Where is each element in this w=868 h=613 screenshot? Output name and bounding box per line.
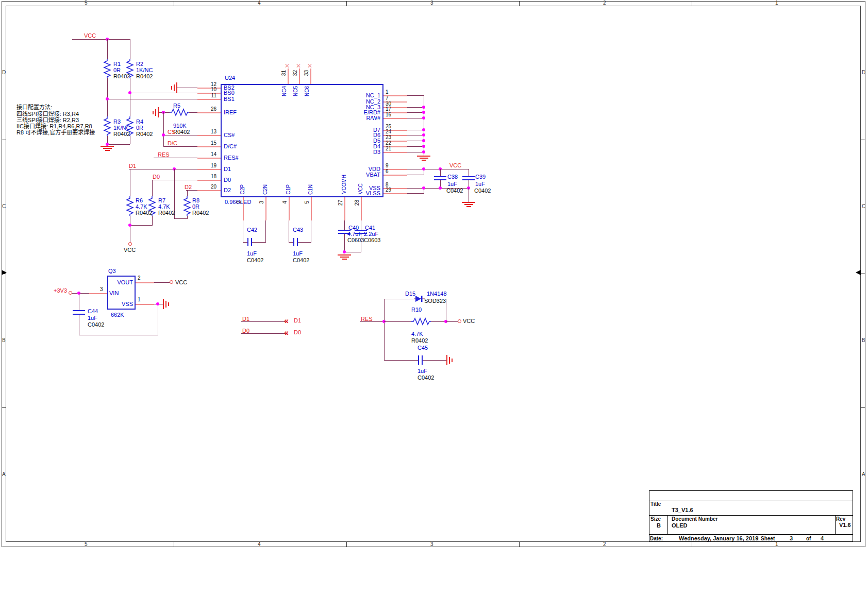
title-block-line: [649, 515, 853, 516]
pin: [197, 190, 221, 191]
pin-name: VLSS: [328, 190, 380, 196]
wire: [265, 220, 266, 242]
vcc-node-icon: [170, 280, 173, 284]
ground-icon: [462, 202, 475, 203]
pin: [136, 304, 154, 305]
junction-dot: [439, 186, 442, 190]
wire: [289, 242, 293, 243]
ground-icon: [466, 206, 471, 207]
wire: [469, 169, 469, 176]
net-label-cs: CS: [168, 129, 175, 135]
wire: [72, 293, 89, 294]
pin-number: 26: [198, 106, 216, 112]
part-ref: C43: [293, 227, 303, 233]
wire: [107, 39, 108, 59]
part-ref: R7: [158, 197, 165, 203]
pin-number: 24: [386, 129, 391, 134]
wire: [189, 112, 197, 113]
pin-number: 3: [100, 286, 103, 292]
pin-number: 5: [304, 201, 310, 204]
pin: [383, 193, 407, 194]
wire: [289, 220, 289, 242]
net-label-3v3: +3V3: [54, 287, 67, 294]
resistor-body: [126, 196, 134, 216]
pin-number: 31: [281, 70, 287, 76]
pin-number: 29: [386, 187, 391, 193]
pin-number: 18: [198, 174, 216, 179]
wire: [174, 218, 188, 219]
part-ref: R3: [113, 118, 121, 125]
pin-number: 6: [386, 168, 389, 174]
junction-dot: [422, 150, 425, 154]
part-footprint: R0402: [173, 129, 190, 135]
wire: [407, 112, 424, 113]
part-footprint: R0402: [136, 210, 152, 216]
pin-number: 32: [292, 70, 298, 76]
pin-name: D1: [224, 166, 231, 172]
zone-label: C: [862, 204, 865, 209]
net-label-vcc: VCC: [124, 247, 136, 253]
part-footprint: C0402: [247, 257, 263, 263]
ground-icon: [338, 254, 351, 256]
wire: [298, 242, 311, 243]
part-ref: R6: [136, 197, 143, 203]
wire: [407, 135, 424, 135]
zone-label: C: [2, 204, 6, 209]
part-ref: R8: [192, 197, 199, 203]
titleblock-date-label: Date:: [650, 536, 663, 541]
pin: [289, 197, 290, 220]
frame-inner-border: [6, 6, 861, 542]
zone-label: 5: [85, 1, 88, 6]
zone-tick: [346, 542, 347, 547]
pin-number: 33: [304, 70, 309, 76]
resistor-body: [103, 59, 111, 78]
pin-name: VCOMH: [341, 175, 347, 194]
pin-name: C1N: [308, 184, 313, 195]
zone-label: 4: [258, 542, 261, 547]
ground-icon: [105, 150, 110, 151]
part-ref: C41: [365, 225, 375, 231]
zone-label: A: [2, 472, 6, 477]
zone-label: 5: [85, 542, 88, 547]
wire: [130, 216, 130, 243]
pin-number: 19: [198, 163, 216, 168]
wire: [407, 169, 469, 169]
capacitor-plate: [247, 238, 248, 246]
wire: [344, 252, 361, 252]
part-ref: C44: [88, 308, 98, 314]
net-label-dc: D/C: [168, 140, 177, 146]
wire: [186, 190, 197, 191]
titleblock-size-label: Size: [650, 516, 661, 522]
ground-icon: [103, 148, 112, 149]
net-label-d0: D0: [153, 174, 160, 180]
wire: [407, 118, 424, 118]
wire: [407, 141, 424, 141]
wire: [163, 135, 197, 135]
part-ref: R2: [136, 61, 143, 67]
pin-number: 1: [138, 297, 141, 302]
part-ref: R1: [113, 61, 121, 67]
title-block-line: [667, 515, 668, 534]
wire: [407, 193, 424, 194]
part-value: 1K/NC: [136, 67, 153, 73]
ground-icon: [464, 204, 473, 205]
zone-tick: [2, 407, 6, 408]
wire: [469, 188, 469, 202]
junction-dot: [422, 186, 425, 190]
wire: [130, 136, 130, 144]
capacitor-plate: [462, 176, 475, 177]
wire: [407, 152, 424, 152]
pin-name: CS#: [224, 132, 235, 138]
pin-name: D3: [328, 149, 380, 155]
zone-tick: [519, 1, 520, 6]
pin-name: D2: [224, 187, 231, 193]
zone-tick: [519, 542, 520, 547]
part-ref: U24: [225, 75, 235, 81]
title-block-line: [649, 501, 853, 501]
zone-label: 1: [775, 542, 778, 547]
pin-name: VSS: [109, 301, 133, 307]
wire: [130, 169, 130, 196]
junction-dot: [162, 133, 165, 137]
titleblock-sheet-total: 4: [821, 535, 824, 541]
part-footprint: R0402: [136, 131, 153, 137]
